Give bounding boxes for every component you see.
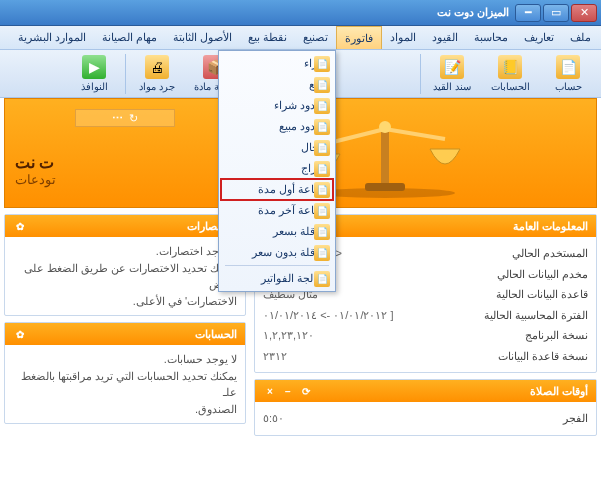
gear-icon[interactable]: ✿: [13, 327, 27, 341]
doc-icon: 📄: [314, 271, 330, 287]
brand-text: ت نت تودعات: [15, 153, 56, 187]
invoice-dropdown: 📄شراء 📄مبيع 📄مردود شراء 📄مردود مبيع 📄إدخ…: [218, 50, 336, 292]
voucher-icon: 📝: [440, 55, 464, 79]
doc-icon: 📄: [314, 245, 330, 261]
accounts-body: لا يوجد حسابات. يمكنك تحديد الحسابات الت…: [5, 345, 245, 423]
svg-rect-1: [381, 129, 389, 187]
shortcuts-body: لا يوجد اختصارات. يمكنك تحديد الاختصارات…: [5, 237, 245, 315]
toolbar-separator-2: [125, 54, 126, 94]
prayer-title: أوقات الصلاة: [530, 385, 588, 398]
menu-file[interactable]: ملف: [562, 26, 599, 49]
toolbar-voucher-button[interactable]: 📝 سند القيد: [423, 52, 481, 96]
menu-accounting[interactable]: محاسبة: [466, 26, 516, 49]
window-minimize-button[interactable]: ━: [515, 4, 541, 22]
dropdown-purchase-return[interactable]: 📄مردود شراء: [221, 95, 333, 116]
menu-invoice[interactable]: فاتورة: [336, 26, 382, 49]
title-bar: ✕ ▭ ━ الميزان دوت نت: [0, 0, 601, 26]
accounts-panel: الحسابات ✿ لا يوجد حسابات. يمكنك تحديد ا…: [4, 322, 246, 424]
toolbar-accounts-button[interactable]: 📒 الحسابات: [481, 52, 539, 96]
menu-hr[interactable]: الموارد البشرية: [10, 26, 94, 49]
dropdown-sale-return[interactable]: 📄مردود مبيع: [221, 116, 333, 137]
general-info-title: المعلومات العامة: [513, 220, 588, 233]
refresh-small-icon[interactable]: ↻: [129, 112, 138, 125]
dropdown-closing-goods[interactable]: 📄بضاعة آخر مدة: [221, 200, 333, 221]
dropdown-output[interactable]: 📄إخراج: [221, 158, 333, 179]
doc-icon: 📄: [314, 182, 330, 198]
doc-icon: 📄: [314, 140, 330, 156]
dots-icon[interactable]: [112, 112, 123, 125]
accounts-header: الحسابات ✿: [5, 323, 245, 345]
shortcuts-header: الاختصارات ✿: [5, 215, 245, 237]
accounts-icon: 📒: [498, 55, 522, 79]
prayer-header: أوقات الصلاة ⟳ − ×: [255, 380, 596, 402]
account-icon: 📄: [556, 55, 580, 79]
window-restore-button[interactable]: ▭: [543, 4, 569, 22]
inventory-icon: 🖨: [145, 55, 169, 79]
doc-icon: 📄: [314, 56, 330, 72]
menu-maintenance[interactable]: مهام الصيانة: [94, 26, 165, 49]
menu-entries[interactable]: القيود: [424, 26, 466, 49]
prayer-panel: أوقات الصلاة ⟳ − × الفجر٥:٥٠: [254, 379, 597, 436]
dropdown-sale[interactable]: 📄مبيع: [221, 74, 333, 95]
toolbar-account-button[interactable]: 📄 حساب: [539, 52, 597, 96]
doc-icon: 📄: [314, 203, 330, 219]
panel-close-icon[interactable]: ×: [263, 384, 277, 398]
panel-refresh-icon[interactable]: ⟳: [299, 384, 313, 398]
toolbar-inventory-button[interactable]: 🖨 جرد مواد: [128, 52, 186, 96]
svg-point-5: [379, 121, 391, 133]
doc-icon: 📄: [314, 119, 330, 135]
doc-icon: 📄: [314, 224, 330, 240]
windows-icon: ▶: [82, 55, 106, 79]
menu-fixed-assets[interactable]: الأصول الثابتة: [165, 26, 240, 49]
accounts-title: الحسابات: [195, 328, 237, 341]
dropdown-separator: [225, 265, 329, 266]
dropdown-purchase[interactable]: 📄شراء: [221, 53, 333, 74]
toolbar-windows-button[interactable]: ▶ النوافذ: [65, 52, 123, 96]
window-title: الميزان دوت نت: [4, 6, 515, 19]
svg-rect-2: [365, 183, 405, 191]
toolbar-separator: [420, 54, 421, 94]
svg-line-4: [385, 129, 445, 139]
gear-icon[interactable]: ✿: [13, 219, 27, 233]
prayer-body: الفجر٥:٥٠: [255, 402, 596, 435]
menu-definitions[interactable]: تعاريف: [516, 26, 562, 49]
menu-materials[interactable]: المواد: [382, 26, 424, 49]
doc-icon: 📄: [314, 77, 330, 93]
dropdown-process-invoices[interactable]: 📄معالجة الفواتير: [221, 268, 333, 289]
menu-bar: ملف تعاريف محاسبة القيود المواد فاتورة ت…: [0, 26, 601, 50]
menu-pos[interactable]: نقطة بيع: [240, 26, 295, 49]
dropdown-transfer-priced[interactable]: 📄مناقلة بسعر: [221, 221, 333, 242]
doc-icon: 📄: [314, 98, 330, 114]
shortcuts-panel: الاختصارات ✿ لا يوجد اختصارات. يمكنك تحد…: [4, 214, 246, 316]
dropdown-input[interactable]: 📄إدخال: [221, 137, 333, 158]
panel-minus-icon[interactable]: −: [281, 384, 295, 398]
menu-manufacturing[interactable]: تصنيع: [295, 26, 336, 49]
dropdown-opening-goods[interactable]: 📄بضاعة أول مدة: [221, 179, 333, 200]
dropdown-transfer-unpriced[interactable]: 📄مناقلة بدون سعر: [221, 242, 333, 263]
window-close-button[interactable]: ✕: [571, 4, 597, 22]
doc-icon: 📄: [314, 161, 330, 177]
banner-left: ↻ ت نت تودعات: [4, 98, 246, 208]
banner-small-toolbar[interactable]: ↻: [75, 109, 175, 127]
